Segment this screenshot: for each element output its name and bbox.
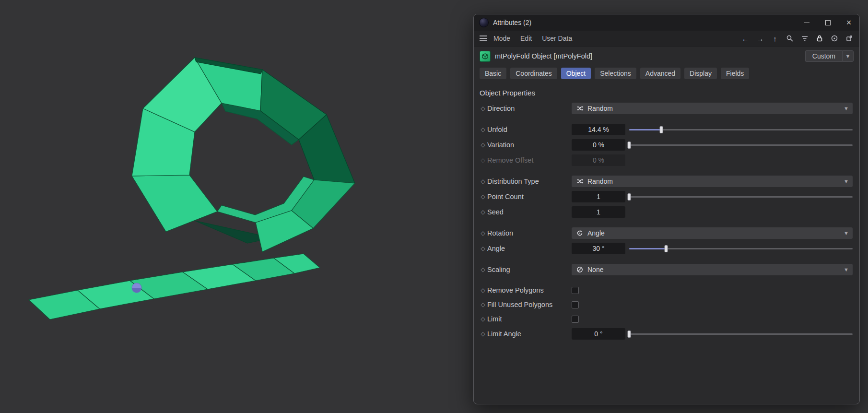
unfold-slider[interactable] (629, 122, 853, 137)
keyframe-diamond-icon[interactable]: ◇ (479, 142, 487, 148)
keyframe-diamond-icon[interactable]: ◇ (479, 193, 487, 200)
angle-icon (575, 229, 584, 237)
param-label: Limit Angle (487, 330, 572, 338)
row-seed: ◇ Seed 1 (474, 204, 859, 220)
angle-slider[interactable] (629, 241, 853, 256)
fill-unused-polygons-checkbox[interactable] (572, 301, 579, 308)
menu-mode[interactable]: Mode (493, 35, 510, 42)
row-scaling: ◇ Scaling None ▼ (474, 262, 859, 277)
point-count-value-field[interactable]: 1 (572, 191, 625, 202)
minimize-button[interactable] (796, 14, 817, 31)
keyframe-diamond-icon[interactable]: ◇ (479, 230, 487, 236)
filter-icon[interactable] (800, 34, 809, 43)
maximize-icon (825, 20, 831, 25)
angle-value-field[interactable]: 30 ° (572, 243, 625, 254)
shuffle-icon (575, 177, 584, 185)
none-icon (575, 266, 584, 273)
row-fill-unused-polygons: ◇ Fill Unused Polygons (474, 297, 859, 312)
row-distribution-type: ◇ Distribution Type Random ▼ (474, 174, 859, 189)
param-label: Angle (487, 245, 572, 252)
menu-bar: Mode Edit User Data ← → ↑ (474, 31, 859, 47)
tab-coordinates[interactable]: Coordinates (510, 68, 557, 79)
tab-fields[interactable]: Fields (721, 68, 749, 79)
row-unfold: ◇ Unfold 14.4 % (474, 122, 859, 137)
back-icon[interactable]: ← (741, 34, 750, 43)
keyframe-diamond-icon[interactable]: ◇ (479, 126, 487, 133)
tab-object[interactable]: Object (561, 68, 591, 79)
row-remove-polygons: ◇ Remove Polygons (474, 283, 859, 297)
slider-handle[interactable] (628, 193, 631, 201)
keyframe-diamond-icon[interactable]: ◇ (479, 316, 487, 322)
param-label: Rotation (487, 229, 572, 237)
keyframe-diamond-icon[interactable]: ◇ (479, 266, 487, 273)
direction-dropdown[interactable]: Random ▼ (572, 103, 853, 114)
close-button[interactable]: × (838, 14, 859, 31)
limit-checkbox[interactable] (572, 316, 579, 323)
remove-polygons-checkbox[interactable] (572, 287, 579, 294)
slider-fill (629, 248, 666, 249)
keyframe-diamond-icon[interactable]: ◇ (479, 301, 487, 308)
param-label: Variation (487, 141, 572, 149)
slider-handle[interactable] (664, 245, 668, 252)
row-point-count: ◇ Point Count 1 (474, 189, 859, 204)
tab-advanced[interactable]: Advanced (640, 68, 680, 79)
keyframe-diamond-icon[interactable]: ◇ (479, 287, 487, 294)
keyframe-diamond-icon[interactable]: ◇ (479, 105, 487, 112)
variation-value-field[interactable]: 0 % (572, 139, 625, 151)
seed-value-field[interactable]: 1 (572, 206, 625, 218)
row-rotation: ◇ Rotation Angle ▼ (474, 225, 859, 241)
menu-user-data[interactable]: User Data (542, 35, 572, 42)
limit-angle-slider[interactable] (629, 327, 853, 341)
tab-selections[interactable]: Selections (595, 68, 636, 79)
tab-display[interactable]: Display (684, 68, 717, 79)
object-header: mtPolyFold Object [mtPolyFold] Custom ▼ (474, 47, 859, 66)
object-title: mtPolyFold Object [mtPolyFold] (495, 52, 592, 60)
remove-offset-value-field: 0 % (572, 154, 625, 166)
keyframe-diamond-icon[interactable]: ◇ (479, 330, 487, 337)
slider-track (629, 333, 853, 335)
attributes-window: Attributes (2) × Mode Edit User Data ← →… (473, 14, 860, 404)
chevron-down-icon: ▼ (844, 106, 849, 111)
tab-bar: Basic Coordinates Object Selections Adva… (474, 66, 859, 80)
tab-basic[interactable]: Basic (480, 68, 506, 79)
target-icon[interactable] (830, 34, 839, 43)
limit-angle-value-field[interactable]: 0 ° (572, 328, 625, 340)
distribution-type-dropdown[interactable]: Random ▼ (572, 176, 853, 187)
slider-track (629, 144, 853, 146)
forward-icon[interactable]: → (756, 34, 764, 43)
maximize-button[interactable] (817, 14, 838, 31)
preset-chevron-down-icon[interactable]: ▼ (842, 50, 854, 62)
polyfold-object-icon (480, 51, 491, 62)
rotation-dropdown[interactable]: Angle ▼ (572, 227, 853, 239)
window-titlebar[interactable]: Attributes (2) × (474, 14, 859, 31)
variation-slider[interactable] (629, 138, 853, 152)
keyframe-diamond-icon[interactable]: ◇ (479, 178, 487, 185)
slider-handle[interactable] (628, 330, 631, 338)
keyframe-diamond-icon[interactable]: ◇ (479, 209, 487, 215)
close-icon: × (846, 18, 852, 27)
slider-handle[interactable] (628, 142, 631, 149)
up-icon[interactable]: ↑ (771, 34, 779, 43)
row-limit: ◇ Limit (474, 312, 859, 326)
point-marker[interactable] (132, 283, 141, 293)
hamburger-icon[interactable] (480, 35, 487, 41)
search-icon[interactable] (786, 34, 794, 43)
chevron-down-icon: ▼ (844, 230, 849, 236)
menu-edit[interactable]: Edit (520, 35, 532, 42)
external-link-icon[interactable] (845, 34, 854, 43)
minimize-icon (804, 23, 809, 23)
point-count-slider[interactable] (629, 189, 853, 204)
row-remove-offset: ◇ Remove Offset 0 % (474, 153, 859, 168)
param-label: Limit (487, 315, 572, 323)
scaling-dropdown[interactable]: None ▼ (572, 264, 853, 275)
param-label: Fill Unused Polygons (487, 301, 572, 308)
slider-handle[interactable] (660, 126, 663, 133)
window-title: Attributes (2) (493, 19, 531, 26)
keyframe-diamond-icon[interactable]: ◇ (479, 245, 487, 252)
chevron-down-icon: ▼ (844, 267, 849, 272)
param-label: Unfold (487, 126, 572, 133)
unfold-value-field[interactable]: 14.4 % (572, 124, 625, 135)
lock-icon[interactable] (815, 34, 824, 43)
param-label: Point Count (487, 193, 572, 201)
preset-button[interactable]: Custom (805, 50, 842, 62)
